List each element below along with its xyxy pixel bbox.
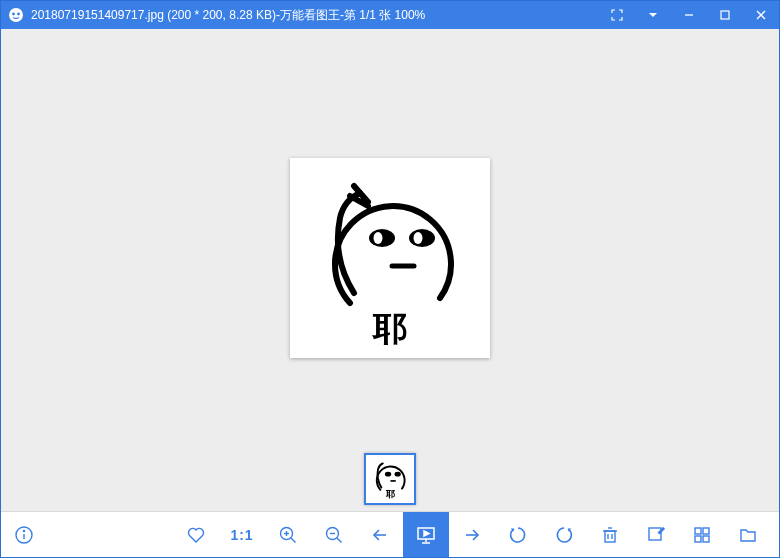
- actual-size-button[interactable]: 1:1: [219, 512, 265, 557]
- info-button[interactable]: [1, 512, 47, 557]
- title-dimensions-val: (200 * 200, 8.28 KB): [167, 8, 276, 22]
- open-folder-button[interactable]: [725, 512, 771, 557]
- title-appname: 万能看图王: [280, 7, 340, 24]
- next-button[interactable]: [449, 512, 495, 557]
- thumbnail-caption: 耶: [366, 488, 414, 501]
- grid-view-button[interactable]: [679, 512, 725, 557]
- zoom-out-button[interactable]: [311, 512, 357, 557]
- edit-button[interactable]: [633, 512, 679, 557]
- svg-point-11: [414, 232, 423, 244]
- svg-point-18: [23, 530, 24, 531]
- svg-rect-4: [721, 11, 729, 19]
- main-image: 耶: [290, 158, 490, 358]
- title-page: 第 1/1 张 100%: [344, 7, 425, 24]
- app-window: 20180719151409717.jpg (200 * 200, 8.28 K…: [0, 0, 780, 558]
- svg-point-1: [12, 13, 15, 16]
- svg-point-2: [17, 13, 20, 16]
- svg-point-14: [385, 472, 391, 477]
- title-filename: 20180719151409717.jpg: [31, 8, 164, 22]
- svg-line-25: [337, 538, 342, 543]
- image-viewport[interactable]: 耶 耶: [1, 29, 779, 511]
- slideshow-button[interactable]: [403, 512, 449, 557]
- titlebar: 20180719151409717.jpg (200 * 200, 8.28 K…: [1, 1, 779, 29]
- close-button[interactable]: [743, 1, 779, 29]
- thumbnail[interactable]: 耶: [364, 453, 416, 505]
- previous-button[interactable]: [357, 512, 403, 557]
- svg-point-0: [9, 8, 23, 22]
- image-caption: 耶: [290, 306, 490, 352]
- fullscreen-button[interactable]: [599, 1, 635, 29]
- rotate-right-button[interactable]: [541, 512, 587, 557]
- svg-rect-40: [695, 536, 701, 542]
- svg-rect-39: [703, 528, 709, 534]
- toolbar-pad: [771, 512, 779, 557]
- svg-point-15: [395, 472, 401, 477]
- toolbar: 1:1: [1, 511, 779, 557]
- minimize-button[interactable]: [671, 1, 707, 29]
- dropdown-menu-button[interactable]: [635, 1, 671, 29]
- ratio-label: 1:1: [230, 527, 253, 543]
- svg-rect-41: [703, 536, 709, 542]
- toolbar-gap-left: [47, 512, 173, 557]
- svg-line-21: [291, 538, 296, 543]
- delete-button[interactable]: [587, 512, 633, 557]
- zoom-in-button[interactable]: [265, 512, 311, 557]
- app-icon: [7, 6, 25, 24]
- svg-point-10: [374, 232, 383, 244]
- favorite-button[interactable]: [173, 512, 219, 557]
- rotate-left-button[interactable]: [495, 512, 541, 557]
- svg-rect-38: [695, 528, 701, 534]
- svg-rect-32: [605, 531, 615, 542]
- maximize-button[interactable]: [707, 1, 743, 29]
